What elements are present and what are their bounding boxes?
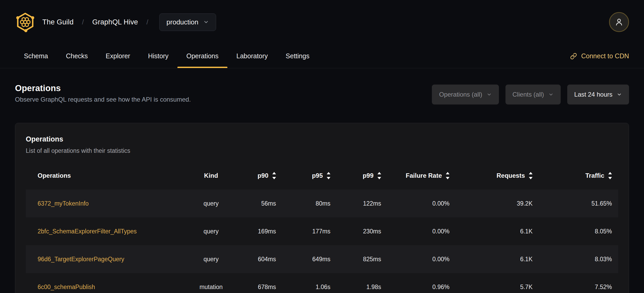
project-name[interactable]: GraphQL Hive [92,18,138,26]
cell-p90: 56ms [249,200,282,207]
cell-requests: 6.1K [456,228,539,235]
sort-arrows-icon [529,172,533,179]
filters: Operations (all) Clients (all) Last 24 h… [432,85,629,104]
table-row: 96d6_TargetExplorerPageQuery query 604ms… [26,245,618,273]
cell-p95: 177ms [282,228,337,235]
operation-link[interactable]: 6c00_schemaPublish [38,284,95,290]
cell-traffic: 8.03% [539,256,618,263]
table-row: 6c00_schemaPublish mutation 678ms 1.06s … [26,273,618,293]
target-selector-value: production [166,18,198,26]
link-icon [570,53,577,60]
page-title: Operations [15,83,191,93]
connect-cdn-label: Connect to CDN [581,52,629,60]
operation-link[interactable]: 6372_myTokenInfo [38,200,89,207]
sort-arrows-icon [272,172,276,179]
tab-schema[interactable]: Schema [15,44,57,68]
connect-cdn-link[interactable]: Connect to CDN [570,44,629,68]
tab-laboratory[interactable]: Laboratory [227,44,277,68]
sort-asc-icon [327,172,330,174]
cell-traffic: 7.52% [539,284,618,291]
col-header-kind: Kind [173,172,249,179]
col-header-requests-sort[interactable]: Requests [456,172,539,179]
main-nav: Schema Checks Explorer History Operation… [0,44,644,68]
nav-tabs: Schema Checks Explorer History Operation… [15,44,318,68]
cell-failure-rate: 0.00% [387,200,456,207]
cell-failure-rate: 0.00% [387,256,456,263]
table-row: 2bfc_SchemaExplorerFilter_AllTypes query… [26,217,618,245]
operations-card: Operations List of all operations with t… [15,123,629,293]
clients-filter-dropdown[interactable]: Clients (all) [505,85,561,104]
cell-p95: 649ms [282,256,337,263]
hive-logo-icon [15,11,35,33]
sort-desc-icon [529,177,533,179]
cell-requests: 39.2K [456,200,539,207]
col-header-p90-sort[interactable]: p90 [249,172,282,179]
top-header: The Guild / GraphQL Hive / production [0,0,644,44]
sort-desc-icon [446,177,449,179]
table-row: 6372_myTokenInfo query 56ms 80ms 122ms 0… [26,190,618,217]
cell-traffic: 8.05% [539,228,618,235]
cell-p99: 230ms [337,228,387,235]
breadcrumb-separator: / [82,18,84,26]
cell-traffic: 51.65% [539,200,618,207]
sort-asc-icon [529,172,533,174]
sort-desc-icon [272,177,276,179]
sort-arrows-icon [377,172,381,179]
user-avatar[interactable] [609,12,629,32]
clients-filter-label: Clients (all) [513,91,544,98]
col-header-p99-sort[interactable]: p99 [337,172,387,179]
col-header-failure-rate-sort[interactable]: Failure Rate [387,172,456,179]
cell-failure-rate: 0.00% [387,228,456,235]
col-header-p95-sort[interactable]: p95 [282,172,337,179]
cell-p90: 678ms [249,284,282,291]
sort-asc-icon [608,172,612,174]
cell-p90: 169ms [249,228,282,235]
sort-desc-icon [608,177,612,179]
sort-arrows-icon [446,172,449,179]
tab-checks[interactable]: Checks [57,44,97,68]
org-name[interactable]: The Guild [42,18,74,26]
page-header-text: Operations Observe GraphQL requests and … [15,83,191,103]
table-body: 6372_myTokenInfo query 56ms 80ms 122ms 0… [26,190,618,293]
sort-asc-icon [377,172,381,174]
col-header-operations: Operations [26,172,173,179]
breadcrumb-separator: / [146,18,148,26]
period-filter-label: Last 24 hours [574,91,612,98]
sort-arrows-icon [608,172,612,179]
tab-history[interactable]: History [139,44,177,68]
sort-desc-icon [327,177,330,179]
page-subtitle: Observe GraphQL requests and see how the… [15,96,191,103]
col-header-traffic-sort[interactable]: Traffic [539,172,618,179]
person-icon [614,17,624,27]
cell-p95: 1.06s [282,284,337,291]
chevron-down-icon [203,19,209,25]
page-header: Operations Observe GraphQL requests and … [15,83,629,104]
sort-asc-icon [272,172,276,174]
main-content: Operations Observe GraphQL requests and … [0,83,644,293]
cell-p99: 825ms [337,256,387,263]
cell-requests: 5.7K [456,284,539,291]
period-filter-dropdown[interactable]: Last 24 hours [567,85,629,104]
target-selector[interactable]: production [159,13,216,31]
tab-operations[interactable]: Operations [177,44,227,68]
cell-p95: 80ms [282,200,337,207]
cell-kind: query [173,200,249,207]
chevron-down-icon [548,92,554,97]
sort-asc-icon [446,172,449,174]
card-title: Operations [26,135,618,144]
cell-kind: mutation [173,284,249,291]
cell-p99: 1.98s [337,284,387,291]
operations-filter-dropdown[interactable]: Operations (all) [432,85,499,104]
cell-p90: 604ms [249,256,282,263]
cell-kind: query [173,256,249,263]
operations-table: Operations Kind p90 p95 p99 Failure Rate [26,161,618,293]
sort-arrows-icon [327,172,330,179]
tab-explorer[interactable]: Explorer [97,44,139,68]
breadcrumb: The Guild / GraphQL Hive / production [15,11,216,33]
table-header-row: Operations Kind p90 p95 p99 Failure Rate [26,161,618,190]
operation-link[interactable]: 2bfc_SchemaExplorerFilter_AllTypes [38,228,137,235]
cell-failure-rate: 0.96% [387,284,456,291]
cell-p99: 122ms [337,200,387,207]
operation-link[interactable]: 96d6_TargetExplorerPageQuery [38,256,124,263]
tab-settings[interactable]: Settings [277,44,318,68]
